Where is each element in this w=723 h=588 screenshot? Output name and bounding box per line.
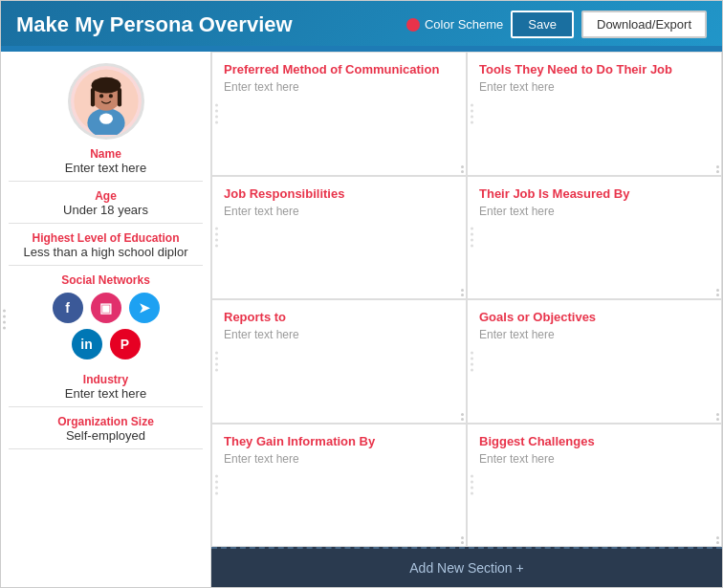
card-5[interactable]: Reports to Enter text here [211,299,467,424]
card-drag-handle [471,475,473,495]
age-value: Under 18 years [9,203,203,217]
card-title-4: Their Job Is Measured By [479,186,710,201]
name-label: Name [9,147,203,161]
card-content-1[interactable]: Enter text here [224,80,454,94]
card-drag-handle [215,103,218,123]
industry-label: Industry [9,373,203,386]
card-content-2[interactable]: Enter text here [479,80,710,94]
card-content-3[interactable]: Enter text here [224,205,454,218]
card-2[interactable]: Tools They Need to Do Their Job Enter te… [467,52,722,176]
card-title-5: Reports to [224,310,454,324]
card-title-1: Preferred Method of Communication [224,62,454,76]
education-value: Less than a high school diplor [9,245,203,259]
org-size-field[interactable]: Organization Size Self-employed [9,415,203,449]
svg-point-7 [99,94,103,98]
card-drag-handle [215,351,218,371]
header-actions: Color Scheme Save Download/Export [406,11,707,38]
education-field[interactable]: Highest Level of Education Less than a h… [9,231,203,266]
industry-field[interactable]: Industry Enter text here [9,373,203,407]
cards-grid: Preferred Method of Communication Enter … [211,52,722,547]
main-content: Name Enter text here Age Under 18 years … [1,52,722,587]
org-size-label: Organization Size [9,415,203,428]
twitter-icon[interactable]: ➤ [129,293,160,323]
education-label: Highest Level of Education [9,231,203,245]
avatar [68,63,144,140]
age-field[interactable]: Age Under 18 years [9,189,203,224]
org-size-value: Self-employed [9,428,203,443]
card-7[interactable]: They Gain Information By Enter text here [211,424,467,548]
name-value: Enter text here [9,161,203,175]
color-dot-icon [406,18,420,32]
instagram-icon[interactable]: ▣ [91,293,121,323]
social-icons-row-2: in P [9,329,203,359]
svg-point-2 [99,114,113,124]
age-label: Age [9,189,203,203]
card-1[interactable]: Preferred Method of Communication Enter … [211,52,467,176]
linkedin-icon[interactable]: in [72,329,102,359]
card-content-7[interactable]: Enter text here [224,452,454,466]
card-title-6: Goals or Objectives [479,310,710,324]
card-drag-handle [471,228,473,248]
card-resize-handle[interactable] [716,413,719,421]
card-resize-handle[interactable] [716,165,719,173]
card-resize-handle[interactable] [461,165,464,173]
card-title-2: Tools They Need to Do Their Job [479,62,710,76]
card-title-8: Biggest Challenges [479,434,710,448]
card-3[interactable]: Job Responsibilities Enter text here [211,176,467,300]
card-resize-handle[interactable] [461,413,464,421]
left-panel: Name Enter text here Age Under 18 years … [1,52,211,587]
card-drag-handle [215,228,218,248]
card-8[interactable]: Biggest Challenges Enter text here [467,424,722,548]
card-title-7: They Gain Information By [224,434,454,448]
svg-rect-6 [117,88,120,107]
card-drag-handle [471,103,473,123]
add-section-label: Add New Section + [409,560,523,576]
page-title: Make My Persona Overview [16,12,293,37]
card-4[interactable]: Their Job Is Measured By Enter text here [467,176,722,300]
card-6[interactable]: Goals or Objectives Enter text here [467,299,722,424]
card-content-4[interactable]: Enter text here [479,205,710,218]
card-resize-handle[interactable] [716,536,719,544]
avatar-image [73,68,140,135]
card-drag-handle [215,475,218,495]
card-resize-handle[interactable] [461,289,464,296]
download-button[interactable]: Download/Export [581,11,707,38]
name-field[interactable]: Name Enter text here [9,147,203,182]
svg-point-4 [91,77,120,94]
card-content-6[interactable]: Enter text here [479,328,710,341]
social-icons-row-1: f ▣ ➤ [9,293,203,323]
pinterest-icon[interactable]: P [110,329,141,359]
svg-rect-5 [90,88,94,107]
add-section-button[interactable]: Add New Section + [211,547,722,587]
card-drag-handle [471,351,473,371]
right-panel: Preferred Method of Communication Enter … [211,52,722,587]
header: Make My Persona Overview Color Scheme Sa… [1,1,722,46]
social-label: Social Networks [9,273,203,287]
color-scheme-button[interactable]: Color Scheme [406,17,503,32]
card-resize-handle[interactable] [716,289,719,296]
left-panel-resize-handle [3,310,6,330]
social-networks-section: Social Networks f ▣ ➤ in P [9,273,203,365]
card-content-8[interactable]: Enter text here [479,452,710,466]
facebook-icon[interactable]: f [53,293,83,323]
color-scheme-label: Color Scheme [425,17,503,32]
card-title-3: Job Responsibilities [224,186,454,201]
card-content-5[interactable]: Enter text here [224,328,454,341]
industry-value: Enter text here [9,386,203,401]
svg-point-8 [108,94,112,98]
card-resize-handle[interactable] [461,536,464,544]
save-button[interactable]: Save [511,11,574,38]
